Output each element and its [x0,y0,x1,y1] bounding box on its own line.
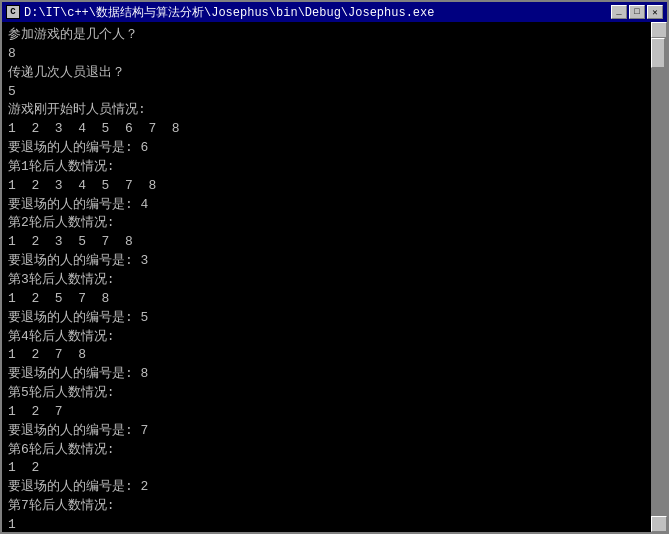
console-line: 第6轮后人数情况: [8,441,661,460]
console-line: 1 2 3 4 5 7 8 [8,177,661,196]
minimize-button[interactable]: _ [611,5,627,19]
scrollbar-thumb[interactable] [651,38,665,68]
console-line: 1 2 5 7 8 [8,290,661,309]
scroll-down-button[interactable]: ▼ [651,516,667,532]
console-line: 第2轮后人数情况: [8,214,661,233]
title-controls: _ □ ✕ [611,5,663,19]
console-line: 1 2 7 8 [8,346,661,365]
close-button[interactable]: ✕ [647,5,663,19]
maximize-button[interactable]: □ [629,5,645,19]
console-line: 第5轮后人数情况: [8,384,661,403]
console-line: 1 2 3 5 7 8 [8,233,661,252]
console-line: 1 2 7 [8,403,661,422]
scrollbar[interactable]: ▲ ▼ [651,22,667,532]
scroll-up-button[interactable]: ▲ [651,22,667,38]
title-bar-text: C D:\IT\c++\数据结构与算法分析\Josephus\bin\Debug… [6,4,434,21]
window: C D:\IT\c++\数据结构与算法分析\Josephus\bin\Debug… [0,0,669,534]
app-icon: C [6,5,20,19]
console-area: 参加游戏的是几个人？8传递几次人员退出？5游戏刚开始时人员情况:1 2 3 4 … [2,22,667,532]
console-line: 第4轮后人数情况: [8,328,661,347]
console-line: 参加游戏的是几个人？ [8,26,661,45]
console-line: 传递几次人员退出？ [8,64,661,83]
console-line: 游戏刚开始时人员情况: [8,101,661,120]
console-line: 第7轮后人数情况: [8,497,661,516]
scrollbar-track[interactable] [651,38,667,516]
title-bar: C D:\IT\c++\数据结构与算法分析\Josephus\bin\Debug… [2,2,667,22]
console-content: 参加游戏的是几个人？8传递几次人员退出？5游戏刚开始时人员情况:1 2 3 4 … [8,26,661,528]
title-text: D:\IT\c++\数据结构与算法分析\Josephus\bin\Debug\J… [24,4,434,21]
console-line: 要退场的人的编号是: 2 [8,478,661,497]
console-line: 要退场的人的编号是: 4 [8,196,661,215]
console-line: 要退场的人的编号是: 6 [8,139,661,158]
console-line: 1 2 [8,459,661,478]
console-line: 5 [8,83,661,102]
console-line: 要退场的人的编号是: 3 [8,252,661,271]
console-line: 1 [8,516,661,528]
console-line: 8 [8,45,661,64]
console-line: 第1轮后人数情况: [8,158,661,177]
console-line: 1 2 3 4 5 6 7 8 [8,120,661,139]
console-line: 第3轮后人数情况: [8,271,661,290]
console-line: 要退场的人的编号是: 7 [8,422,661,441]
console-line: 要退场的人的编号是: 5 [8,309,661,328]
console-line: 要退场的人的编号是: 8 [8,365,661,384]
